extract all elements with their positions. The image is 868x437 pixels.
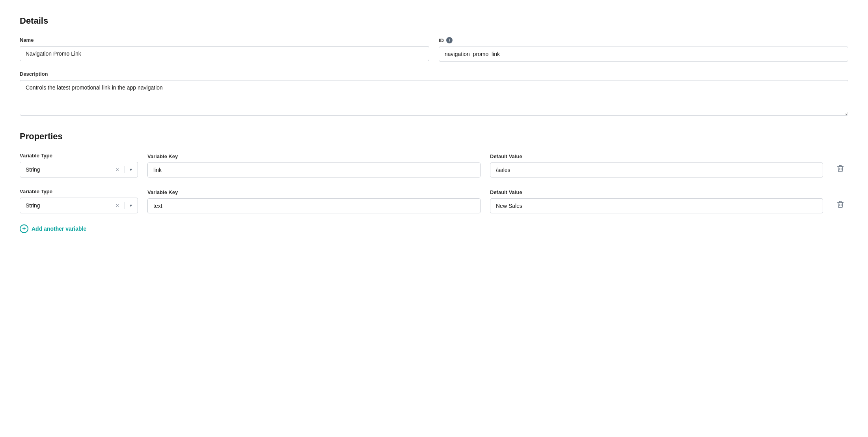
add-variable-label: Add another variable: [32, 226, 86, 232]
variable-key-input-2[interactable]: [147, 198, 481, 213]
variable-key-group-2: Variable Key: [147, 189, 481, 213]
id-group: ID i: [439, 37, 848, 62]
variable-default-input-2[interactable]: [490, 198, 823, 213]
variable-default-group-2: Default Value: [490, 189, 823, 213]
add-icon: +: [20, 224, 28, 233]
variable-key-label-1: Variable Key: [147, 153, 481, 159]
add-variable-button[interactable]: + Add another variable: [20, 224, 86, 233]
name-group: Name: [20, 37, 429, 62]
variable-key-label-2: Variable Key: [147, 189, 481, 195]
select-divider-2: [125, 202, 125, 209]
select-arrow-1[interactable]: ▾: [130, 167, 132, 172]
variable-type-select-1[interactable]: String × ▾: [20, 162, 138, 177]
variable-default-group-1: Default Value: [490, 153, 823, 177]
select-clear-1[interactable]: ×: [115, 166, 120, 173]
variable-type-group-1: Variable Type String × ▾: [20, 153, 138, 177]
properties-section: Properties Variable Type String × ▾ Vari…: [20, 131, 848, 233]
select-arrow-2[interactable]: ▾: [130, 203, 132, 208]
variable-type-label-1: Variable Type: [20, 153, 138, 159]
select-value-2: String: [26, 202, 112, 209]
description-group: Description Controls the latest promotio…: [20, 71, 848, 116]
details-section: Details Name ID i Description Controls t…: [20, 16, 848, 116]
variable-type-group-2: Variable Type String × ▾: [20, 189, 138, 213]
variable-default-label-2: Default Value: [490, 189, 823, 195]
variable-row-1: Variable Type String × ▾ Variable Key De…: [20, 153, 848, 177]
variable-default-label-1: Default Value: [490, 153, 823, 159]
id-label: ID i: [439, 37, 848, 43]
variable-key-input-1[interactable]: [147, 162, 481, 177]
variable-type-select-2[interactable]: String × ▾: [20, 198, 138, 213]
details-title: Details: [20, 16, 848, 26]
properties-title: Properties: [20, 131, 848, 142]
name-id-row: Name ID i: [20, 37, 848, 62]
variable-type-label-2: Variable Type: [20, 189, 138, 194]
id-info-icon[interactable]: i: [446, 37, 453, 43]
id-input[interactable]: [439, 47, 848, 62]
variable-row-2: Variable Type String × ▾ Variable Key De…: [20, 189, 848, 213]
variable-default-input-1[interactable]: [490, 162, 823, 177]
description-label: Description: [20, 71, 848, 77]
name-input[interactable]: [20, 46, 429, 61]
variable-key-group-1: Variable Key: [147, 153, 481, 177]
description-input[interactable]: Controls the latest promotional link in …: [20, 80, 848, 116]
delete-variable-1[interactable]: [833, 161, 848, 177]
trash-icon-1: [836, 164, 844, 174]
trash-icon-2: [836, 200, 844, 209]
name-label: Name: [20, 37, 429, 43]
delete-variable-2[interactable]: [833, 196, 848, 213]
select-value-1: String: [26, 166, 112, 173]
select-clear-2[interactable]: ×: [115, 202, 120, 209]
select-divider-1: [125, 166, 125, 173]
